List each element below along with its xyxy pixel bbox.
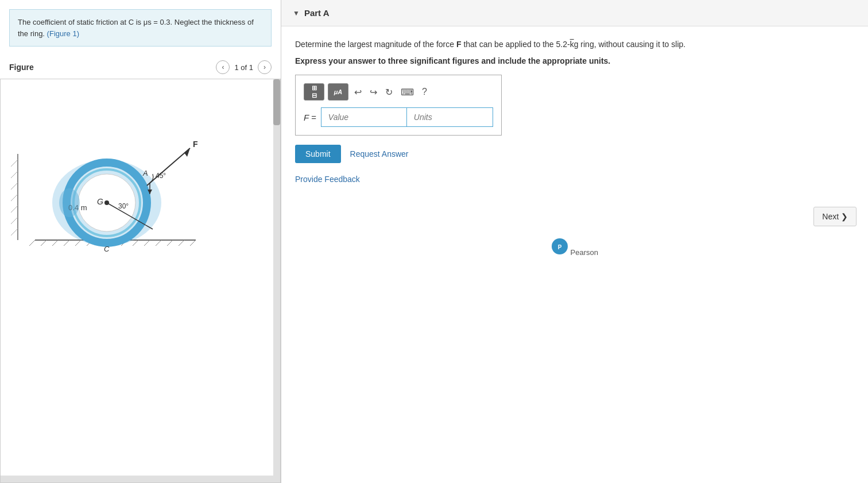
figure-nav: ‹ 1 of 1 › — [216, 60, 272, 74]
force-line — [147, 148, 190, 186]
left-panel: The coefficient of static friction at C … — [0, 0, 281, 483]
svg-line-21 — [11, 217, 18, 224]
figure-prev-button[interactable]: ‹ — [216, 60, 230, 74]
part-chevron-icon[interactable]: ▼ — [293, 9, 300, 17]
help-button[interactable]: ? — [420, 86, 429, 98]
svg-line-1 — [29, 240, 35, 246]
toolbar: ⊞⊟ μA ↩ ↪ ↻ ⌨ — [304, 83, 493, 101]
answer-box: ⊞⊟ μA ↩ ↪ ↻ ⌨ — [295, 75, 502, 136]
pearson-label: Pearson — [571, 248, 598, 257]
scrollbar-thumb — [273, 79, 280, 125]
figure-count: 1 of 1 — [234, 63, 253, 72]
force-arrow — [184, 148, 190, 157]
svg-line-13 — [167, 240, 173, 246]
right-panel: ▼ Part A Determine the largest magnitude… — [281, 0, 868, 483]
svg-line-22 — [11, 229, 18, 235]
label-A: A — [142, 169, 148, 177]
label-G: G — [97, 197, 103, 206]
scrollbar-right[interactable] — [273, 79, 280, 482]
figure-diagram: G 30° A F 45° 0.4 m C — [1, 79, 265, 275]
input-row: F = — [304, 107, 493, 127]
matrix-button[interactable]: ⊞⊟ — [304, 83, 324, 101]
svg-line-18 — [11, 183, 18, 190]
figure-area: G 30° A F 45° 0.4 m C — [0, 79, 281, 483]
part-title: Part A — [304, 8, 330, 18]
submit-button[interactable]: Submit — [295, 145, 341, 163]
svg-line-15 — [190, 240, 196, 246]
next-button[interactable]: Next ❯ — [813, 207, 857, 226]
part-header: ▼ Part A — [281, 0, 868, 26]
figure-header: Figure ‹ 1 of 1 › — [0, 56, 281, 79]
svg-line-10 — [133, 240, 138, 246]
redo-button[interactable]: ↪ — [367, 86, 379, 99]
scrollbar-bottom[interactable] — [1, 476, 273, 482]
request-answer-link[interactable]: Request Answer — [350, 149, 409, 159]
undo-button[interactable]: ↩ — [352, 86, 364, 99]
units-input[interactable] — [407, 107, 493, 127]
figure-link[interactable]: (Figure 1) — [47, 29, 79, 38]
svg-line-4 — [64, 240, 69, 246]
svg-line-16 — [11, 160, 18, 167]
pearson-footer: P Pearson — [281, 232, 868, 262]
redo-icon: ↪ — [370, 87, 377, 97]
help-icon: ? — [422, 87, 427, 96]
svg-line-19 — [11, 194, 18, 201]
provide-feedback-link[interactable]: Provide Feedback — [295, 175, 360, 184]
footer-row: Next ❯ — [281, 201, 868, 232]
keyboard-icon: ⌨ — [401, 87, 414, 97]
svg-line-11 — [144, 240, 150, 246]
part-content: Determine the largest magnitude of the f… — [281, 26, 868, 195]
label-45: 45° — [156, 172, 166, 180]
svg-line-20 — [11, 206, 18, 212]
mu-label: μA — [334, 88, 343, 95]
svg-line-5 — [75, 240, 81, 246]
figure-title: Figure — [9, 63, 34, 72]
svg-text:P: P — [558, 244, 562, 250]
svg-line-17 — [11, 171, 18, 178]
question-text: Determine the largest magnitude of the f… — [295, 38, 854, 51]
svg-line-14 — [179, 240, 184, 246]
label-30: 30° — [118, 202, 129, 210]
wall-contact — [59, 188, 80, 217]
matrix-icon: ⊞⊟ — [312, 84, 317, 99]
action-row: Submit Request Answer — [295, 145, 854, 163]
svg-line-2 — [41, 240, 46, 246]
svg-line-12 — [156, 240, 161, 246]
pearson-logo-icon: P — [551, 238, 568, 255]
label-C: C — [104, 245, 110, 253]
refresh-button[interactable]: ↻ — [383, 86, 395, 99]
figure-next-button[interactable]: › — [258, 60, 272, 74]
value-input[interactable] — [321, 107, 407, 127]
f-label: F = — [304, 113, 316, 122]
undo-icon: ↩ — [354, 87, 362, 97]
mu-button[interactable]: μA — [328, 83, 348, 101]
instruction-text: Express your answer to three significant… — [295, 56, 854, 65]
keyboard-button[interactable]: ⌨ — [398, 86, 416, 99]
refresh-icon: ↻ — [385, 87, 393, 97]
label-F-force: F — [193, 140, 198, 149]
svg-line-3 — [52, 240, 58, 246]
problem-text-box: The coefficient of static friction at C … — [9, 9, 272, 47]
